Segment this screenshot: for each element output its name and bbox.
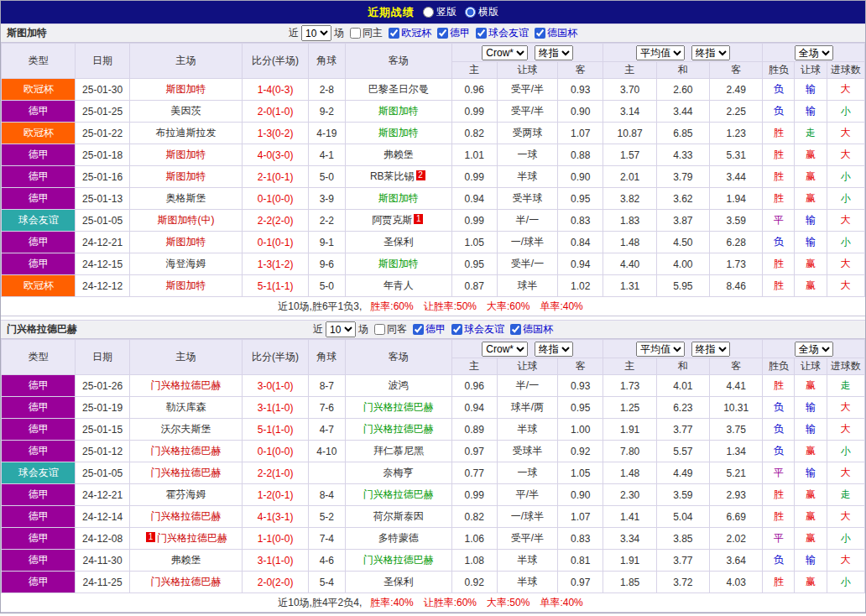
date-cell: 24-11-25: [76, 572, 129, 593]
wdl-result-cell: 负: [763, 441, 795, 462]
goals-result-cell: 大: [827, 123, 864, 144]
col-type-header: 类型: [2, 340, 76, 375]
score-cell: 1-1(0-0): [243, 528, 308, 550]
handicap-cell: 半球: [497, 419, 557, 441]
filter-option-checkbox[interactable]: [476, 28, 487, 39]
wdl-result-cell: 胜: [763, 375, 795, 397]
goals-result-cell: 大: [827, 253, 864, 275]
layout-option-horizontal[interactable]: 横版: [465, 5, 498, 19]
match-row: 德甲25-01-26门兴格拉德巴赫3-0(1-0)8-7波鸿0.96半/一0.9…: [2, 375, 865, 397]
avg-company-select[interactable]: 平均值: [636, 342, 685, 357]
goals-result-cell: 大: [827, 550, 864, 572]
home-team-cell: 斯图加特: [129, 232, 243, 253]
away-odds-cell: 1.00: [558, 419, 603, 441]
vertical-layout-radio[interactable]: [423, 7, 434, 18]
avg-home-cell: 1.57: [603, 144, 656, 166]
away-team-name: 弗赖堡: [383, 149, 414, 160]
match-count-select[interactable]: 10: [301, 25, 331, 41]
avg-kind-select[interactable]: 终指: [691, 342, 730, 357]
home-team-cell: 美因茨: [129, 101, 243, 123]
summary-stats: 胜率:60%让胜率:50%大率:60%单率:40%: [365, 300, 587, 312]
odds-company-select[interactable]: Crow*: [482, 342, 528, 357]
horizontal-layout-radio[interactable]: [465, 7, 476, 18]
filter-option[interactable]: 同主: [350, 26, 383, 40]
league-cell: 德甲: [2, 188, 76, 210]
away-odds-cell: 0.93: [558, 375, 603, 397]
filter-option[interactable]: 德甲: [437, 26, 470, 40]
score-cell: 1-3(1-2): [243, 253, 308, 275]
filter-option-checkbox[interactable]: [413, 324, 424, 335]
score-cell: 1-4(0-3): [243, 79, 308, 101]
subcol-odds-home: 主: [451, 358, 497, 375]
date-cell: 24-12-21: [76, 232, 129, 253]
home-odds-cell: 0.94: [451, 188, 497, 210]
filter-option-checkbox[interactable]: [350, 28, 361, 39]
filter-option[interactable]: 同客: [374, 322, 407, 337]
date-cell: 24-12-14: [76, 506, 129, 528]
away-team-name: 波鸿: [389, 379, 409, 391]
league-cell: 球会友谊: [2, 210, 76, 232]
filter-option[interactable]: 德国杯: [510, 322, 553, 337]
scope-select[interactable]: 全场: [795, 45, 833, 60]
filter-option-label: 同主: [363, 26, 383, 40]
home-team-name: 门兴格拉德巴赫: [151, 379, 222, 391]
away-team-name: 门兴格拉德巴赫: [363, 401, 434, 413]
avg-company-select[interactable]: 平均值: [636, 45, 685, 60]
odds-kind-select[interactable]: 终指: [535, 342, 573, 357]
filter-option[interactable]: 欧冠杯: [389, 26, 431, 40]
avg-draw-cell: 4.33: [656, 144, 709, 166]
avg-home-cell: 3.14: [603, 101, 656, 123]
scope-select[interactable]: 全场: [795, 342, 833, 357]
score-cell: 0-1(0-1): [243, 232, 308, 253]
home-team-cell: 门兴格拉德巴赫: [129, 462, 243, 484]
avg-draw-cell: 6.23: [656, 397, 709, 419]
odds-kind-select[interactable]: 终指: [535, 45, 573, 60]
handicap-result-cell: 赢: [795, 506, 827, 528]
filter-option-checkbox[interactable]: [437, 28, 448, 39]
filter-option[interactable]: 球会友谊: [476, 26, 529, 40]
avg-away-cell: 1.34: [710, 441, 763, 462]
match-count-select[interactable]: 10: [326, 321, 356, 337]
away-team-cell: 斯图加特: [345, 123, 451, 144]
odds-company-select[interactable]: Crow*: [482, 45, 528, 60]
avg-away-cell: 1.23: [710, 123, 763, 144]
filter-option-checkbox[interactable]: [535, 28, 545, 39]
away-team-name: RB莱比锡: [370, 170, 415, 182]
filter-option[interactable]: 德甲: [413, 322, 446, 337]
away-team-cell: 多特蒙德: [345, 528, 451, 550]
vertical-layout-label: 竖版: [436, 5, 456, 19]
filter-option[interactable]: 球会友谊: [451, 322, 504, 337]
wdl-result-cell: 平: [763, 528, 795, 550]
away-team-name: 荷尔斯泰因: [373, 510, 424, 522]
goals-result-cell: 大: [827, 419, 864, 441]
summary-intro: 近10场,胜4平2负4,: [278, 597, 362, 608]
date-cell: 24-12-21: [76, 484, 129, 506]
filter-option[interactable]: 德国杯: [535, 26, 577, 40]
filter-option-checkbox[interactable]: [451, 324, 462, 335]
layout-option-vertical[interactable]: 竖版: [423, 5, 456, 19]
away-team-name: 奈梅亨: [383, 467, 414, 478]
handicap-result-cell: 赢: [795, 484, 827, 506]
avg-away-cell: 2.02: [710, 528, 763, 550]
team-section: 门兴格拉德巴赫 近 10 场 同客德甲球会友谊德国杯 类型 日期 主场 比分(半…: [1, 320, 865, 613]
page-title: 近期战绩: [368, 5, 415, 20]
home-odds-cell: 1.05: [451, 232, 497, 253]
filter-option-checkbox[interactable]: [374, 324, 385, 335]
wdl-result-cell: 平: [763, 462, 795, 484]
home-team-name: 斯图加特: [166, 149, 206, 160]
team-name: 门兴格拉德巴赫: [7, 322, 77, 337]
avg-kind-select[interactable]: 终指: [691, 45, 730, 60]
filter-option-checkbox[interactable]: [510, 324, 521, 335]
avg-draw-cell: 3.59: [656, 484, 709, 506]
score-cell: 1-3(0-2): [243, 123, 308, 144]
summary-stat: 让胜率:60%: [424, 597, 477, 608]
avg-away-cell: 5.21: [710, 462, 763, 484]
date-cell: 24-12-15: [76, 253, 129, 275]
corner-cell: 3-9: [308, 188, 345, 210]
corner-cell: 5-0: [308, 275, 345, 297]
avg-away-cell: 4.03: [710, 572, 763, 593]
avg-away-cell: 1.94: [710, 188, 763, 210]
col-type-header: 类型: [2, 44, 76, 79]
filter-option-checkbox[interactable]: [389, 28, 399, 39]
away-team-cell: 斯图加特: [345, 101, 451, 123]
